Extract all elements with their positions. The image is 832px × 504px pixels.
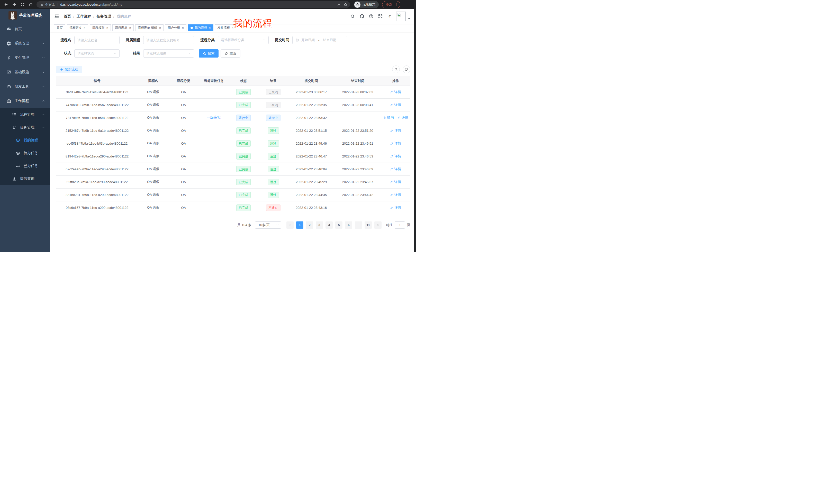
tab-user-group[interactable]: 用户分组×	[165, 24, 186, 31]
security-label[interactable]: 不安全	[45, 2, 55, 7]
detail-action-link[interactable]: 详情	[390, 167, 401, 171]
browser-back-button[interactable]	[3, 1, 9, 8]
tab-process-form-edit[interactable]: 流程表单-编辑×	[135, 24, 164, 31]
page-button[interactable]: 3	[316, 221, 323, 229]
process-name-input[interactable]	[77, 38, 116, 42]
sidebar-item-todo-task[interactable]: 待办任务	[0, 147, 50, 160]
tab-process-form[interactable]: 流程表单×	[112, 24, 134, 31]
process-definition-input[interactable]	[146, 38, 191, 42]
tab-close-icon[interactable]: ×	[182, 26, 184, 30]
cell-result: 通过	[258, 163, 288, 175]
avatar[interactable]	[396, 11, 406, 21]
goto-page-input[interactable]	[395, 221, 405, 229]
not-secure-warning-icon[interactable]	[40, 3, 44, 6]
detail-action-link[interactable]: 详情	[390, 141, 401, 146]
result-select[interactable]: 请选择流结果	[143, 49, 194, 58]
detail-action-link[interactable]: 详情	[390, 205, 401, 210]
bookmark-star-icon[interactable]	[343, 3, 347, 7]
user-avatar[interactable]	[396, 11, 410, 21]
category-select[interactable]: 请选择流程分类	[218, 36, 269, 44]
robot-icon	[16, 138, 20, 143]
breadcrumb-item[interactable]: 首页	[64, 14, 71, 19]
detail-action-link[interactable]: 详情	[390, 103, 401, 107]
chevron-down-icon[interactable]	[408, 18, 410, 19]
sidebar-item-process-manage[interactable]: 流程管理	[0, 108, 50, 121]
page-button[interactable]: 1	[296, 221, 303, 229]
detail-action-link[interactable]: 详情	[390, 192, 401, 197]
app-logo-row[interactable]: 芋道管理系统	[0, 9, 50, 22]
browser-forward-button[interactable]	[11, 1, 18, 8]
url-host[interactable]: dashboard.yudao.iocoder.cn	[60, 3, 102, 6]
cell-process-name: OA 请假	[138, 188, 168, 201]
sidebar-item-my-process[interactable]: 我的流程	[0, 134, 50, 147]
github-icon[interactable]	[359, 14, 364, 19]
prev-page-button[interactable]	[286, 221, 294, 229]
tab-close-icon[interactable]: ×	[83, 26, 86, 30]
browser-update-button[interactable]: 更新	[382, 1, 400, 8]
sidebar-item-dev-tools[interactable]: 研发工具	[0, 79, 50, 94]
browser-scrollbar[interactable]	[414, 9, 416, 252]
sidebar-item-infrastructure[interactable]: 基础设施	[0, 65, 50, 79]
start-date-placeholder[interactable]: 开始日期	[301, 38, 315, 43]
password-key-icon[interactable]	[336, 3, 340, 7]
current-task-link[interactable]: 一级审批	[207, 115, 221, 120]
cell-actions: 详情	[381, 137, 410, 150]
sidebar-item-leave-query[interactable]: 请假查询	[0, 172, 50, 185]
sidebar-item-task-manage[interactable]: 任务管理	[0, 121, 50, 134]
tab-start-process[interactable]: 发起流程×	[215, 24, 236, 31]
browser-reload-button[interactable]	[19, 1, 26, 8]
sidebar-item-home[interactable]: 首页	[0, 22, 50, 36]
show-search-button[interactable]	[392, 65, 400, 73]
tab-close-icon[interactable]: ×	[209, 26, 211, 30]
sidebar-item-system-manage[interactable]: 系统管理	[0, 36, 50, 51]
tab-process-definition[interactable]: 流程定义×	[67, 24, 88, 31]
page-button[interactable]: 5	[335, 221, 342, 229]
detail-label: 详情	[394, 179, 401, 184]
url-path[interactable]: /bpm/task/my	[102, 3, 122, 6]
end-date-placeholder[interactable]: 结束日期	[323, 38, 336, 43]
cell-end-time: 2022-01-22 23:46:09	[335, 163, 381, 175]
status-select[interactable]: 请选择状态	[74, 49, 120, 58]
tab-close-icon[interactable]: ×	[129, 26, 131, 30]
detail-action-link[interactable]: 详情	[397, 115, 408, 120]
address-bar[interactable]: 不安全 dashboard.yudao.iocoder.cn /bpm/task…	[36, 1, 350, 8]
next-page-button[interactable]	[374, 221, 382, 229]
page-button[interactable]: 2	[306, 221, 313, 229]
breadcrumb-item[interactable]: 工作流程	[77, 14, 91, 19]
tab-process-model[interactable]: 流程模型×	[90, 24, 111, 31]
detail-action-link[interactable]: 详情	[390, 90, 401, 94]
cell-current-task	[199, 99, 229, 111]
sidebar-item-done-task[interactable]: 已办任务	[0, 160, 50, 172]
sidebar-item-workflow[interactable]: 工作流程	[0, 94, 50, 108]
detail-action-link[interactable]: 详情	[390, 154, 401, 159]
tab-home[interactable]: 首页	[54, 24, 65, 31]
date-range-picker[interactable]: 开始日期 - 结束日期	[292, 36, 347, 44]
browser-home-button[interactable]	[27, 1, 34, 8]
refresh-table-button[interactable]	[402, 65, 410, 73]
cancel-action-link[interactable]: 取消	[383, 115, 394, 120]
detail-action-link[interactable]: 详情	[390, 128, 401, 133]
sidebar-item-payment-manage[interactable]: 支付管理	[0, 51, 50, 65]
help-icon[interactable]	[369, 14, 373, 19]
page-button[interactable]: 4	[326, 221, 333, 229]
col-status: 状态	[229, 76, 258, 86]
sidebar-toggle-icon[interactable]	[54, 13, 59, 19]
tab-my-process[interactable]: 我的流程×	[188, 24, 213, 31]
detail-action-link[interactable]: 详情	[390, 179, 401, 184]
page-button[interactable]: 11	[365, 221, 372, 229]
detail-label: 详情	[394, 90, 401, 94]
browser-menu-dots-icon[interactable]	[394, 3, 398, 6]
tab-close-icon[interactable]: ×	[106, 26, 108, 30]
breadcrumb-item[interactable]: 任务管理	[97, 14, 111, 19]
update-label[interactable]: 更新	[386, 2, 392, 7]
search-icon[interactable]	[350, 14, 355, 19]
result-badge: 处理中	[266, 115, 281, 121]
font-size-icon[interactable]: TT	[387, 14, 392, 19]
reset-button[interactable]: 重置	[220, 49, 240, 58]
fullscreen-icon[interactable]	[378, 14, 383, 19]
page-size-select[interactable]: 10条/页	[255, 221, 281, 229]
page-button[interactable]: 6	[345, 221, 352, 229]
tab-close-icon[interactable]: ×	[159, 26, 161, 30]
search-button[interactable]: 搜索	[199, 49, 218, 58]
start-process-button[interactable]: 发起流程	[56, 66, 82, 73]
